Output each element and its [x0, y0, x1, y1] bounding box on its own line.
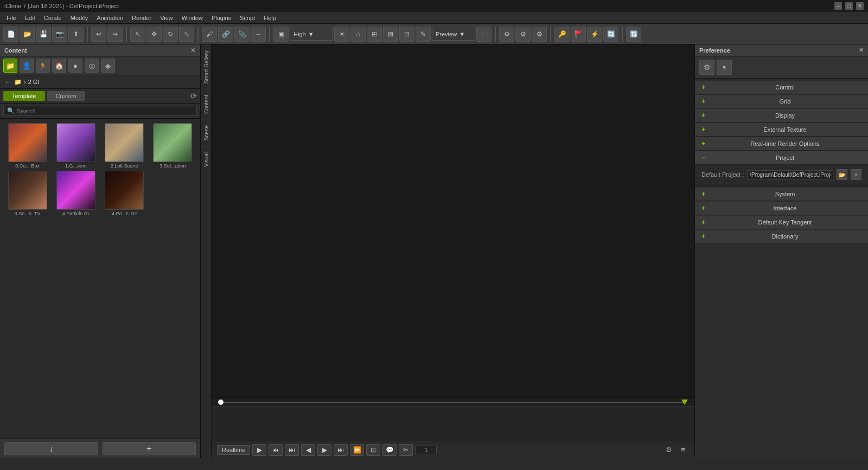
menu-edit[interactable]: Edit — [21, 14, 40, 22]
paint-button[interactable]: 🖌 — [202, 27, 217, 42]
loop-button[interactable]: ⊡ — [366, 444, 380, 456]
previous-frame-button[interactable]: ◀ — [301, 444, 315, 456]
viewport[interactable] — [212, 44, 694, 397]
content-icon-prop[interactable]: 🏠 — [52, 59, 66, 73]
list-item[interactable]: 1.G...oom — [53, 123, 99, 169]
playback-settings-button[interactable]: ⚙ — [663, 444, 675, 456]
side-tab-scene[interactable]: Scene — [201, 119, 211, 146]
maximize-button[interactable]: □ — [845, 2, 853, 10]
menu-animation[interactable]: Animation — [92, 14, 127, 22]
sun-button[interactable]: ☀ — [334, 27, 349, 42]
tool1-button[interactable]: ⚙ — [499, 27, 514, 42]
browse-button[interactable]: 📂 — [837, 169, 847, 180]
list-item[interactable]: 0.Co... Box — [4, 123, 50, 169]
tool7-button[interactable]: 🔄 — [603, 27, 618, 42]
rewind-button[interactable]: ⏮ — [269, 444, 283, 456]
undo-button[interactable]: ↩ — [91, 27, 106, 42]
list-item[interactable]: 4.Particle 01 — [53, 171, 99, 216]
timeline-playhead[interactable] — [218, 400, 224, 405]
align-button[interactable]: ⊠ — [383, 27, 398, 42]
preview-dropdown[interactable]: Preview ▼ — [432, 28, 475, 41]
menu-plugins[interactable]: Plugins — [207, 14, 235, 22]
snap-button[interactable]: ⊡ — [399, 27, 414, 42]
preference-panel-close[interactable]: ✕ — [859, 47, 864, 54]
pref-section-display-header[interactable]: + Display — [695, 109, 868, 123]
menu-modify[interactable]: Modify — [66, 14, 92, 22]
tool3-button[interactable]: ⚙ — [532, 27, 547, 42]
move2-button[interactable]: ↔ — [251, 27, 266, 42]
default-project-input[interactable] — [747, 170, 833, 179]
tool2-button[interactable]: ⚙ — [515, 27, 531, 42]
playback-list-button[interactable]: ≡ — [677, 444, 689, 456]
open-button[interactable]: 📂 — [20, 27, 35, 42]
content-icon-particle[interactable]: ● — [68, 59, 82, 73]
pref-section-control-header[interactable]: + Control — [695, 81, 868, 94]
attach-button[interactable]: 📎 — [234, 27, 250, 42]
side-tab-content[interactable]: Content — [201, 89, 211, 119]
menu-create[interactable]: Create — [40, 14, 66, 22]
timeline[interactable] — [212, 397, 694, 441]
new-button[interactable]: 📄 — [3, 27, 18, 42]
menu-render[interactable]: Render — [127, 14, 156, 22]
quality-dropdown[interactable]: High ▼ — [290, 28, 333, 41]
list-item[interactable]: 3.Se...n_TV — [4, 171, 50, 216]
pref-section-external-texture-header[interactable]: + External Texture — [695, 123, 868, 137]
link-button[interactable]: 🔗 — [218, 27, 233, 42]
add-button[interactable]: + — [103, 442, 196, 455]
play-button[interactable]: ▶ — [252, 444, 266, 456]
camera-button[interactable]: 🎥 — [476, 27, 492, 42]
next-frame-button[interactable]: ▶ — [317, 444, 331, 456]
content-icon-shader[interactable]: ◈ — [101, 59, 115, 73]
pref-section-project-header[interactable]: − Project — [695, 151, 868, 165]
capture-button[interactable]: 📷 — [52, 27, 67, 42]
pref-section-default-key-tangent-header[interactable]: + Default Key Tangent — [695, 216, 868, 229]
tab-refresh-button[interactable]: ⟳ — [190, 92, 197, 100]
menu-help[interactable]: Help — [259, 14, 280, 22]
menu-window[interactable]: Window — [177, 14, 207, 22]
realtime-button[interactable]: Realtime — [217, 445, 250, 455]
cut-button[interactable]: ✂ — [399, 444, 413, 456]
search-input[interactable] — [17, 108, 193, 114]
preference-settings-button[interactable]: ▼ — [717, 60, 732, 75]
close-button[interactable]: ✕ — [856, 2, 864, 10]
move-button[interactable]: ✥ — [146, 27, 162, 42]
tool8-button[interactable]: 🔃 — [626, 27, 641, 42]
select-button[interactable]: ↖ — [130, 27, 145, 42]
rotate-button[interactable]: ↻ — [163, 27, 178, 42]
export-button[interactable]: ⬆ — [68, 27, 84, 42]
download-button[interactable]: ↓ — [4, 442, 98, 455]
menu-script[interactable]: Script — [235, 14, 259, 22]
modify-button[interactable]: ✎ — [416, 27, 431, 42]
list-item[interactable]: 2.Loft Scene — [101, 123, 148, 169]
pref-section-system-header[interactable]: + System — [695, 188, 868, 201]
content-icon-material[interactable]: ◎ — [85, 59, 99, 73]
scale-button[interactable]: ⤡ — [179, 27, 194, 42]
pref-section-grid-header[interactable]: + Grid — [695, 95, 868, 108]
viewport-mode-button[interactable]: ▣ — [273, 27, 289, 42]
minimize-button[interactable]: ─ — [834, 2, 842, 10]
menu-view[interactable]: View — [156, 14, 177, 22]
tab-template[interactable]: Template — [3, 91, 45, 101]
content-icon-avatar[interactable]: 👤 — [20, 59, 34, 73]
content-panel-close[interactable]: ✕ — [190, 47, 196, 54]
side-tab-smart-gallery[interactable]: Smart Gallery — [201, 44, 211, 89]
frame-number-input[interactable] — [415, 446, 437, 454]
tab-custom[interactable]: Custom — [47, 91, 85, 101]
menu-file[interactable]: File — [2, 14, 21, 22]
preference-gear-button[interactable]: ⚙ — [699, 60, 714, 75]
redo-button[interactable]: ↪ — [107, 27, 123, 42]
content-icon-motion[interactable]: 🏃 — [36, 59, 50, 73]
skip-forward-button[interactable]: ⏭ — [334, 444, 348, 456]
side-tab-visual[interactable]: Visual — [201, 146, 211, 172]
pref-section-interface-header[interactable]: + Interface — [695, 202, 868, 215]
fast-forward-button[interactable]: ⏩ — [350, 444, 364, 456]
list-item[interactable]: 3.Sel...ation — [150, 123, 196, 169]
grid-button[interactable]: ⊞ — [367, 27, 382, 42]
pref-section-realtime-render-header[interactable]: + Real-time Render Options — [695, 137, 868, 151]
content-icon-folder[interactable]: 📁 — [3, 59, 17, 73]
step-back-frame-button[interactable]: ⏭ — [285, 444, 299, 456]
tool4-button[interactable]: 🔑 — [554, 27, 570, 42]
home-button[interactable]: ⌂ — [350, 27, 366, 42]
list-item[interactable]: 4.Pa...e_02 — [101, 171, 148, 216]
breadcrumb-back-button[interactable]: ← — [4, 78, 12, 86]
